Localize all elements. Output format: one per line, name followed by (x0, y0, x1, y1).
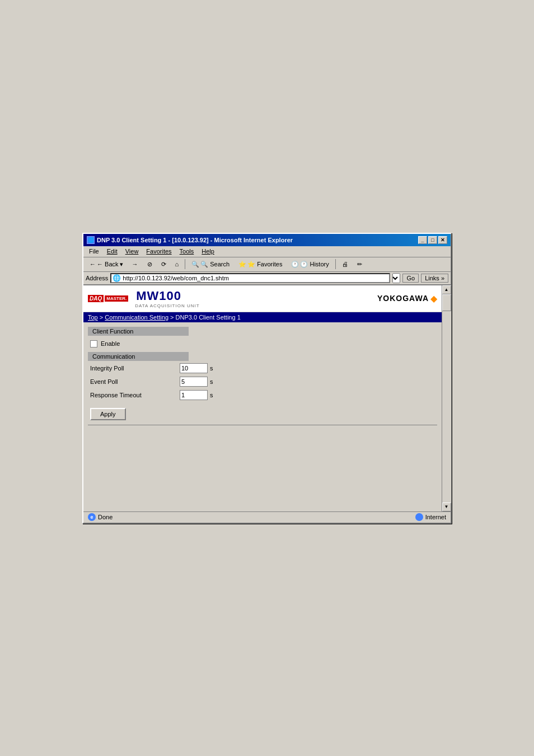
toolbar-sep2 (335, 259, 336, 269)
integrity-poll-value: s (180, 363, 213, 373)
maximize-button[interactable]: □ (428, 236, 437, 244)
scroll-thumb[interactable] (442, 294, 451, 311)
window-title: DNP 3.0 Client Setting 1 - [10.0.123.92]… (97, 237, 293, 243)
menu-file[interactable]: File (86, 247, 102, 255)
menu-view[interactable]: View (122, 247, 142, 255)
toolbar-sep1 (185, 259, 185, 269)
mw100-text: MW100 (136, 289, 181, 303)
back-button[interactable]: ← ← Back ▾ (86, 259, 127, 270)
enable-label: Enable (101, 340, 120, 347)
page-content: Client Function Enable Communication Int… (83, 322, 442, 434)
home-button[interactable]: ⌂ (171, 259, 183, 269)
response-timeout-row: Response Timeout s (88, 390, 437, 400)
scroll-up-arrow[interactable]: ▲ (442, 285, 451, 294)
stop-icon: ⊘ (147, 261, 152, 268)
yokogawa-text: YOKOGAWA (377, 294, 429, 303)
print-icon: 🖨 (342, 261, 348, 267)
integrity-poll-input[interactable] (180, 363, 208, 373)
page-done-icon: e (88, 513, 96, 521)
event-poll-label: Event Poll (90, 378, 180, 385)
status-bar: e Done Internet (83, 511, 451, 523)
history-label: 🕐 History (300, 261, 329, 268)
page-icon: 🌐 (113, 274, 121, 282)
status-right: Internet (415, 513, 446, 521)
integrity-poll-row: Integrity Poll s (88, 363, 437, 373)
refresh-button[interactable]: ⟳ (157, 259, 170, 270)
links-button[interactable]: Links » (421, 274, 448, 283)
edit-icon: ✏ (357, 261, 362, 268)
enable-checkbox-row: Enable (88, 338, 437, 350)
menu-favorites[interactable]: Favorites (143, 247, 175, 255)
menu-bar: File Edit View Favorites Tools Help (83, 246, 451, 257)
response-timeout-label: Response Timeout (90, 392, 180, 398)
browser-window: 🌐 DNP 3.0 Client Setting 1 - [10.0.123.9… (82, 233, 452, 524)
print-button[interactable]: 🖨 (338, 259, 352, 269)
response-timeout-value: s (180, 390, 213, 400)
stop-button[interactable]: ⊘ (143, 259, 156, 270)
refresh-icon: ⟳ (161, 261, 166, 268)
close-button[interactable]: ✕ (438, 236, 447, 244)
address-dropdown[interactable] (392, 273, 400, 283)
search-button[interactable]: 🔍 🔍 Search (188, 259, 233, 270)
zone-text: Internet (425, 514, 446, 520)
content-area: DAQMASTER. MW100 DATA ACQUISITION UNIT Y… (83, 285, 451, 511)
scrollbar-vertical: ▲ ▼ (442, 285, 451, 511)
browser-icon: 🌐 (87, 236, 95, 244)
logo-section: DAQMASTER. MW100 DATA ACQUISITION UNIT (88, 289, 200, 308)
status-text: Done (98, 514, 113, 520)
event-poll-value: s (180, 377, 213, 387)
back-label: ← Back (97, 261, 119, 267)
internet-icon (415, 513, 423, 521)
breadcrumb-comm-link[interactable]: Communication Setting (105, 314, 168, 321)
page-header: DAQMASTER. MW100 DATA ACQUISITION UNIT Y… (83, 285, 442, 312)
go-button[interactable]: Go (402, 274, 419, 283)
daqmaster-logo: DAQMASTER. (88, 295, 128, 302)
history-button[interactable]: 🕐 🕐 History (287, 259, 332, 270)
status-left: e Done (88, 513, 113, 521)
home-icon: ⌂ (175, 261, 179, 267)
minimize-button[interactable]: _ (418, 236, 427, 244)
favorites-icon: ⭐ (238, 261, 246, 268)
forward-button[interactable]: → (128, 259, 142, 269)
desktop: 🌐 DNP 3.0 Client Setting 1 - [10.0.123.9… (0, 0, 534, 756)
enable-checkbox[interactable] (90, 340, 97, 348)
breadcrumb-sep2: > (168, 314, 176, 321)
address-input-wrapper: 🌐 (110, 273, 390, 283)
favorites-button[interactable]: ⭐ ⭐ Favorites (235, 259, 286, 270)
title-bar: 🌐 DNP 3.0 Client Setting 1 - [10.0.123.9… (83, 234, 451, 246)
menu-tools[interactable]: Tools (176, 247, 198, 255)
back-dropdown-icon[interactable]: ▾ (120, 261, 123, 268)
event-poll-row: Event Poll s (88, 377, 437, 387)
toolbar: ← ← Back ▾ → ⊘ ⟳ ⌂ 🔍 🔍 Search ⭐ (83, 257, 451, 272)
content-divider (88, 425, 437, 425)
address-label: Address (86, 275, 108, 281)
history-icon: 🕐 (291, 261, 299, 268)
menu-edit[interactable]: Edit (104, 247, 121, 255)
breadcrumb-current: DNP3.0 Client Setting 1 (176, 314, 241, 321)
event-poll-unit: s (210, 378, 213, 385)
apply-button[interactable]: Apply (90, 408, 126, 420)
address-text-input[interactable] (123, 275, 388, 281)
breadcrumb-top-link[interactable]: Top (88, 314, 98, 321)
search-label: 🔍 Search (200, 261, 229, 268)
favorites-label: ⭐ Favorites (247, 261, 282, 268)
yokogawa-section: YOKOGAWA ◆ (377, 293, 437, 304)
edit-page-button[interactable]: ✏ (353, 259, 366, 270)
search-icon: 🔍 (191, 261, 199, 268)
scroll-down-arrow[interactable]: ▼ (442, 503, 451, 511)
menu-help[interactable]: Help (198, 247, 218, 255)
response-timeout-input[interactable] (180, 390, 208, 400)
data-acq-text: DATA ACQUISITION UNIT (135, 303, 199, 308)
breadcrumb-sep1: > (98, 314, 105, 321)
event-poll-input[interactable] (180, 377, 208, 387)
integrity-poll-unit: s (210, 365, 213, 372)
forward-icon: → (132, 261, 138, 267)
communication-header: Communication (88, 352, 189, 361)
integrity-poll-label: Integrity Poll (90, 365, 180, 372)
address-bar: Address 🌐 Go Links » (83, 272, 451, 285)
yokogawa-diamond-icon: ◆ (430, 293, 437, 304)
mw100-block: MW100 DATA ACQUISITION UNIT (134, 289, 199, 308)
scroll-track[interactable] (442, 294, 451, 503)
title-bar-left: 🌐 DNP 3.0 Client Setting 1 - [10.0.123.9… (87, 236, 293, 244)
daq-text: DAQ (88, 295, 104, 302)
